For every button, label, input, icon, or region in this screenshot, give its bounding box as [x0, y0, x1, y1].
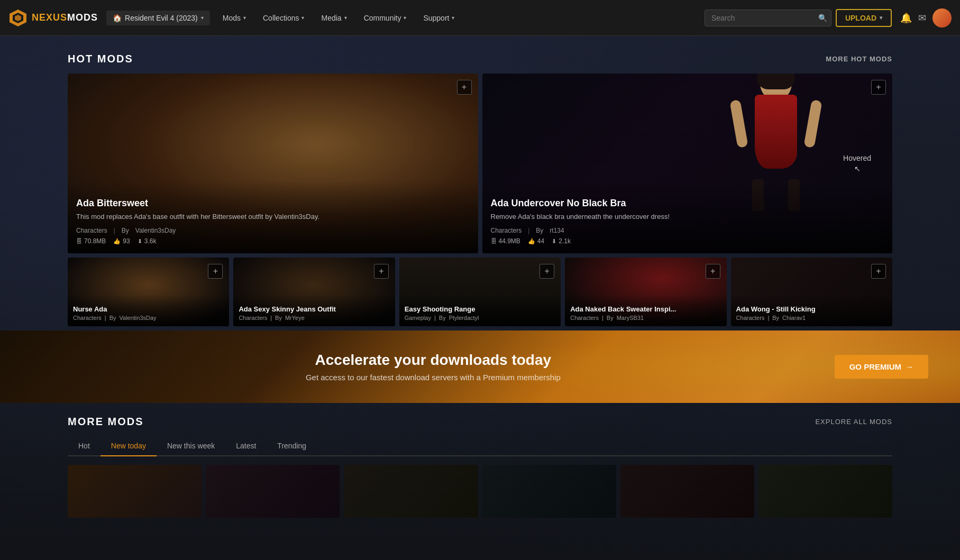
more-mod-card-4[interactable] [482, 465, 616, 518]
upload-label: UPLOAD [845, 14, 876, 22]
small-card-meta-3: Gameplay | By Ptylerdactyl [405, 315, 555, 321]
mod-card-nurse-ada[interactable]: + Nurse Ada Characters | By Valentin3sDa… [68, 258, 229, 326]
card-add-button-2[interactable]: + [871, 80, 886, 95]
nav-item-collections[interactable]: Collections ▾ [257, 11, 310, 25]
user-avatar[interactable] [932, 8, 952, 27]
more-hot-mods-link[interactable]: MORE HOT MODS [826, 55, 892, 63]
mod-card-ada-undercover[interactable]: + Hovered ↖ Ada Undercover No Black Bra … [482, 74, 893, 253]
mod-card-ada-bittersweet[interactable]: + Ada Bittersweet This mod replaces Ada'… [68, 74, 478, 253]
mod-card-ada-sweater[interactable]: + Ada Naked Back Sweater Inspi... Charac… [565, 258, 726, 326]
small-card-title-4: Ada Naked Back Sweater Inspi... [570, 305, 721, 313]
hot-mods-title: HOT MODS [68, 53, 133, 65]
card-author-prefix-1: By [122, 227, 129, 234]
support-label: Support [423, 14, 449, 22]
search-icon[interactable]: 🔍 [818, 14, 827, 22]
thumbsup-icon-2: 👍 [528, 238, 535, 245]
card-overlay-2: Ada Undercover No Black Bra Remove Ada's… [482, 181, 893, 253]
card-downloads-2: ⬇ 2.1k [552, 237, 571, 245]
game-selector[interactable]: 🏠 Resident Evil 4 (2023) ▾ [106, 11, 210, 25]
hot-mods-header: HOT MODS MORE HOT MODS [68, 53, 892, 65]
navbar: NEXUSMODS 🏠 Resident Evil 4 (2023) ▾ Mod… [0, 0, 960, 36]
notifications-button[interactable]: 🔔 [900, 12, 912, 24]
upload-chevron-icon: ▾ [880, 15, 882, 21]
more-mod-card-2[interactable] [206, 465, 340, 518]
small-card-add-5[interactable]: + [871, 264, 886, 279]
premium-subtitle: Get access to our fastest download serve… [32, 373, 835, 382]
go-premium-button[interactable]: GO PREMIUM → [835, 355, 928, 379]
mod-card-shooting-range[interactable]: + Easy Shooting Range Gameplay | By Ptyl… [399, 258, 561, 326]
community-label: Community [364, 14, 401, 22]
small-card-add-2[interactable]: + [374, 264, 389, 279]
more-mod-card-3[interactable] [344, 465, 478, 518]
card-size-2: 🗄 44.9MB [491, 237, 520, 245]
small-card-overlay-3: Easy Shooting Range Gameplay | By Ptyler… [399, 295, 561, 326]
small-card-add-3[interactable]: + [540, 264, 554, 279]
more-mod-card-1[interactable] [68, 465, 202, 518]
small-card-category-1: Characters [73, 315, 102, 321]
nav-icons: 🔔 ✉ [900, 8, 952, 27]
more-mod-card-5[interactable] [620, 465, 754, 518]
premium-text-block: Accelerate your downloads today Get acce… [32, 352, 835, 382]
nav-item-mods[interactable]: Mods ▾ [216, 11, 252, 25]
card-likes-2: 👍 44 [528, 237, 544, 245]
card-stats-1: 🗄 70.8MB 👍 93 ⬇ 3.6k [76, 237, 470, 245]
premium-btn-arrow-icon: → [906, 362, 913, 371]
card-meta-2: Characters | By rt134 [491, 227, 884, 234]
small-card-title-2: Ada Sexy Skinny Jeans Outfit [239, 305, 389, 313]
thumbsup-icon-1: 👍 [113, 238, 121, 245]
card-desc-2: Remove Ada's black bra underneath the un… [491, 212, 884, 222]
mods-chevron-icon: ▾ [243, 15, 246, 21]
upload-button[interactable]: UPLOAD ▾ [836, 9, 892, 27]
more-mods-header: MORE MODS EXPLORE ALL MODS [68, 416, 892, 428]
media-label: Media [321, 14, 341, 22]
small-card-category-4: Characters [570, 315, 599, 321]
collections-label: Collections [263, 14, 299, 22]
collections-chevron-icon: ▾ [301, 15, 304, 21]
small-card-author-5: Chiarav1 [782, 315, 806, 321]
small-card-meta-2: Characters | By MrYeye [239, 315, 389, 321]
game-label: Resident Evil 4 (2023) [125, 14, 198, 22]
tab-new-week[interactable]: New this week [157, 436, 225, 456]
card-downloads-1: ⬇ 3.6k [138, 237, 157, 245]
tab-hot[interactable]: Hot [68, 436, 100, 456]
small-card-overlay-5: Ada Wong - Still Kicking Characters | By… [731, 295, 892, 326]
hot-mods-large-grid: + Ada Bittersweet This mod replaces Ada'… [68, 74, 892, 253]
small-card-add-4[interactable]: + [706, 264, 720, 279]
tab-new-today[interactable]: New today [100, 436, 157, 456]
logo[interactable]: NEXUSMODS [8, 8, 98, 27]
support-chevron-icon: ▾ [452, 15, 454, 21]
small-card-author-1: Valentin3sDay [120, 315, 157, 321]
card-add-button-1[interactable]: + [457, 80, 472, 95]
search-input[interactable] [705, 10, 831, 26]
small-card-author-4: MarySB31 [617, 315, 644, 321]
nav-item-media[interactable]: Media ▾ [315, 11, 353, 25]
tab-latest[interactable]: Latest [225, 436, 267, 456]
mods-label: Mods [223, 14, 241, 22]
card-likes-1: 👍 93 [113, 237, 130, 245]
cursor-icon: ↖ [854, 164, 861, 173]
small-card-overlay-2: Ada Sexy Skinny Jeans Outfit Characters … [233, 295, 395, 326]
mod-card-ada-still-kicking[interactable]: + Ada Wong - Still Kicking Characters | … [731, 258, 892, 326]
logo-text: NEXUSMODS [32, 12, 98, 23]
messages-button[interactable]: ✉ [918, 12, 926, 24]
mod-card-ada-jeans[interactable]: + Ada Sexy Skinny Jeans Outfit Character… [233, 258, 395, 326]
card-meta-1: Characters | By Valentin3sDay [76, 227, 470, 234]
card-category-1: Characters [76, 227, 107, 234]
game-chevron-icon: ▾ [201, 15, 204, 21]
small-card-category-3: Gameplay [405, 315, 431, 321]
small-card-category-5: Characters [736, 315, 765, 321]
nav-item-community[interactable]: Community ▾ [358, 11, 413, 25]
card-size-1: 🗄 70.8MB [76, 237, 106, 245]
small-card-title-5: Ada Wong - Still Kicking [736, 305, 887, 313]
explore-all-mods-link[interactable]: EXPLORE ALL MODS [815, 418, 892, 426]
nav-item-support[interactable]: Support ▾ [417, 11, 461, 25]
small-card-meta-5: Characters | By Chiarav1 [736, 315, 887, 321]
hot-mods-small-grid: + Nurse Ada Characters | By Valentin3sDa… [68, 258, 892, 326]
more-mod-card-6[interactable] [758, 465, 892, 518]
small-card-add-1[interactable]: + [208, 264, 223, 279]
db-icon-1: 🗄 [76, 238, 82, 244]
download-icon-1: ⬇ [138, 238, 142, 245]
small-card-title-3: Easy Shooting Range [405, 305, 555, 313]
card-author-prefix-2: By [536, 227, 543, 234]
tab-trending[interactable]: Trending [267, 436, 317, 456]
